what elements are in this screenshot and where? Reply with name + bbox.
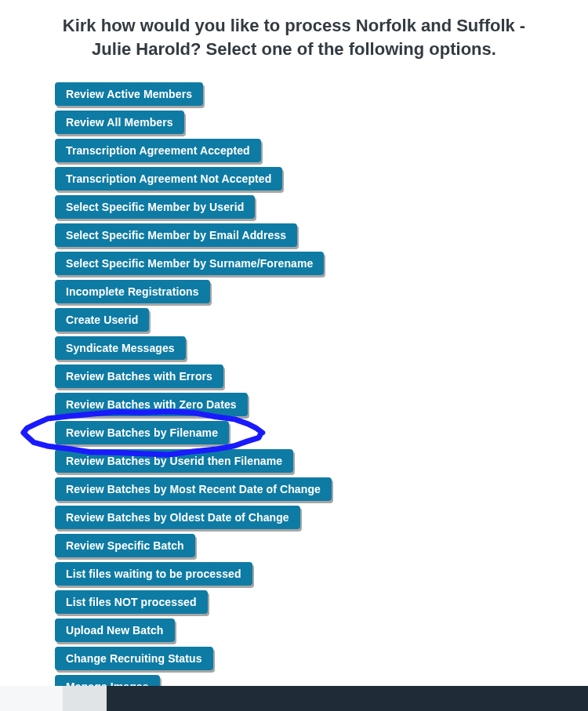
option-review-batches-userid-filename[interactable]: Review Batches by Userid then Filename [55,449,293,473]
option-syndicate-messages[interactable]: Syndicate Messages [55,336,186,360]
option-select-member-name[interactable]: Select Specific Member by Surname/Forena… [55,252,324,275]
option-review-batches-errors[interactable]: Review Batches with Errors [55,365,223,388]
option-review-batches-oldest-change[interactable]: Review Batches by Oldest Date of Change [55,506,300,529]
page-title: Kirk how would you like to process Norfo… [0,0,588,60]
footer-segment-mid [63,686,107,711]
option-review-batches-zero-dates[interactable]: Review Batches with Zero Dates [55,393,248,416]
option-review-all-members[interactable]: Review All Members [55,111,184,134]
option-change-recruiting-status[interactable]: Change Recruiting Status [55,647,213,670]
option-review-batches-recent-change[interactable]: Review Batches by Most Recent Date of Ch… [55,477,332,501]
option-create-userid[interactable]: Create Userid [55,308,149,332]
option-list-files-waiting[interactable]: List files waiting to be processed [55,562,252,586]
options-list: Review Active MembersReview All MembersT… [0,60,588,698]
option-upload-new-batch[interactable]: Upload New Batch [55,618,175,642]
option-incomplete-registrations[interactable]: Incomplete Registrations [55,280,210,303]
option-select-member-userid[interactable]: Select Specific Member by Userid [55,195,255,219]
option-select-member-email[interactable]: Select Specific Member by Email Address [55,223,297,247]
option-review-active-members[interactable]: Review Active Members [55,82,203,106]
option-review-specific-batch[interactable]: Review Specific Batch [55,534,195,557]
option-transcription-agreement-accepted[interactable]: Transcription Agreement Accepted [55,139,261,162]
option-transcription-agreement-not-accepted[interactable]: Transcription Agreement Not Accepted [55,167,282,190]
footer-segment-light [0,686,63,711]
footer-bar [0,686,588,711]
footer-segment-dark [107,686,588,711]
option-review-batches-filename[interactable]: Review Batches by Filename [55,421,229,444]
option-list-files-not-processed[interactable]: List files NOT processed [55,590,208,614]
